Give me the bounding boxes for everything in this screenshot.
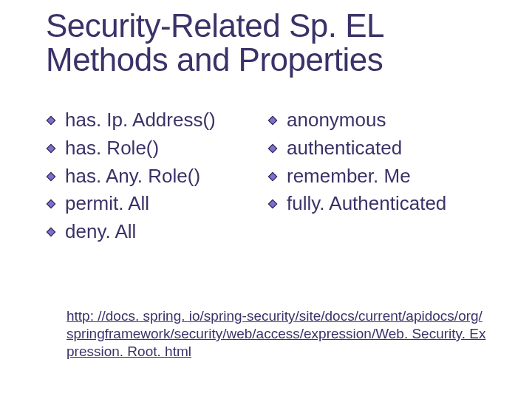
reference-link[interactable]: http: //docs. spring. io/spring-security… — [66, 307, 488, 360]
svg-rect-5 — [268, 117, 276, 125]
svg-rect-0 — [47, 117, 55, 125]
diamond-bullet-icon — [46, 171, 56, 182]
diamond-bullet-icon — [267, 143, 278, 154]
diamond-bullet-icon — [267, 199, 278, 209]
svg-rect-8 — [268, 200, 276, 208]
list-item-label: has. Role() — [65, 134, 159, 163]
diamond-bullet-icon — [46, 143, 56, 154]
list-item: anonymous — [267, 106, 504, 134]
list-item-label: has. Ip. Address() — [65, 106, 216, 134]
svg-rect-6 — [268, 144, 276, 152]
svg-rect-4 — [47, 228, 55, 236]
svg-rect-1 — [47, 144, 55, 152]
list-item: remember. Me — [267, 163, 504, 191]
list-item: permit. All — [46, 190, 267, 218]
content-columns: has. Ip. Address() has. Role() has. Any.… — [46, 106, 532, 245]
list-item-label: anonymous — [287, 106, 386, 134]
diamond-bullet-icon — [46, 227, 56, 237]
list-item: has. Role() — [46, 134, 267, 163]
svg-rect-7 — [268, 172, 276, 180]
list-item: has. Ip. Address() — [46, 106, 267, 134]
list-item-label: remember. Me — [287, 163, 411, 191]
diamond-bullet-icon — [267, 171, 278, 182]
left-column: has. Ip. Address() has. Role() has. Any.… — [46, 106, 267, 245]
list-item-label: deny. All — [65, 218, 136, 246]
list-item-label: permit. All — [65, 190, 149, 218]
slide-title: Security-Related Sp. EL Methods and Prop… — [46, 9, 504, 77]
list-item: has. Any. Role() — [46, 163, 267, 191]
list-item: fully. Authenticated — [267, 190, 504, 218]
list-item-label: fully. Authenticated — [287, 190, 446, 218]
list-item: authenticated — [267, 134, 504, 163]
svg-rect-3 — [47, 200, 55, 208]
right-column: anonymous authenticated remember. Me ful… — [267, 106, 504, 245]
diamond-bullet-icon — [267, 115, 278, 126]
diamond-bullet-icon — [46, 199, 56, 209]
list-item-label: has. Any. Role() — [65, 163, 200, 191]
diamond-bullet-icon — [46, 115, 56, 126]
svg-rect-2 — [47, 172, 55, 180]
list-item-label: authenticated — [287, 134, 402, 163]
list-item: deny. All — [46, 218, 267, 246]
